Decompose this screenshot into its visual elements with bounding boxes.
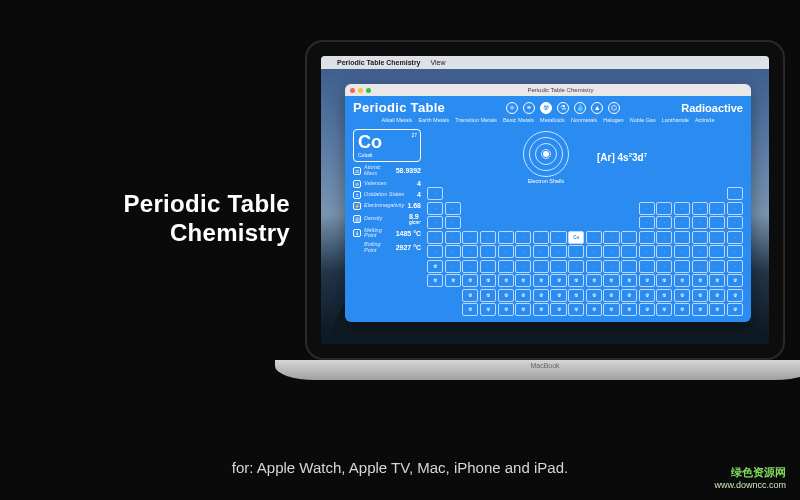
ptable-cell[interactable]: · bbox=[603, 231, 619, 244]
ptable-cell[interactable]: ☢ bbox=[462, 303, 478, 316]
ptable-cell[interactable]: · bbox=[727, 231, 743, 244]
ptable-cell[interactable]: · bbox=[480, 231, 496, 244]
element-tile[interactable]: 27 Co Cobalt bbox=[353, 129, 421, 162]
ptable-cell[interactable]: ☢ bbox=[586, 274, 602, 287]
ptable-cell[interactable]: · bbox=[639, 202, 655, 215]
ptable-cell[interactable]: ☢ bbox=[498, 289, 514, 302]
ptable-cell[interactable]: ☢ bbox=[498, 274, 514, 287]
ptable-cell[interactable]: · bbox=[727, 260, 743, 273]
bond-filter-icon[interactable]: ⚭ bbox=[523, 102, 535, 114]
ptable-cell[interactable]: · bbox=[427, 245, 443, 258]
ptable-cell[interactable]: ☢ bbox=[709, 289, 725, 302]
ptable-cell[interactable]: ☢ bbox=[656, 274, 672, 287]
ptable-cell[interactable]: ☢ bbox=[480, 303, 496, 316]
ptable-cell[interactable]: ☢ bbox=[480, 274, 496, 287]
ptable-cell[interactable]: ☢ bbox=[709, 274, 725, 287]
ptable-cell[interactable]: · bbox=[639, 245, 655, 258]
ptable-cell[interactable]: · bbox=[656, 202, 672, 215]
ptable-cell[interactable]: ☢ bbox=[515, 289, 531, 302]
ptable-cell[interactable]: · bbox=[498, 245, 514, 258]
ptable-cell[interactable]: ☢ bbox=[445, 274, 461, 287]
category-noble-gas[interactable]: Noble Gas bbox=[630, 117, 656, 123]
ptable-cell[interactable]: ☢ bbox=[533, 289, 549, 302]
ptable-cell[interactable]: ☢ bbox=[568, 289, 584, 302]
category-alkali-metals[interactable]: Alkali Metals bbox=[382, 117, 413, 123]
category-basic-metals[interactable]: Basic Metals bbox=[503, 117, 534, 123]
ptable-cell[interactable]: ☢ bbox=[586, 289, 602, 302]
macos-menubar[interactable]: Periodic Table Chemistry View bbox=[321, 56, 769, 69]
ptable-cell[interactable]: · bbox=[692, 231, 708, 244]
ptable-cell[interactable]: ☢ bbox=[462, 274, 478, 287]
ptable-cell[interactable]: · bbox=[568, 260, 584, 273]
minimize-icon[interactable] bbox=[358, 88, 363, 93]
ptable-cell[interactable]: · bbox=[727, 245, 743, 258]
ptable-cell[interactable]: · bbox=[550, 231, 566, 244]
ptable-cell[interactable]: · bbox=[427, 216, 443, 229]
ptable-cell[interactable]: ☢ bbox=[621, 289, 637, 302]
ptable-cell[interactable]: ☢ bbox=[550, 303, 566, 316]
ptable-cell[interactable]: · bbox=[427, 202, 443, 215]
ptable-cell[interactable]: ☢ bbox=[727, 303, 743, 316]
ptable-cell[interactable]: ☢ bbox=[727, 289, 743, 302]
ptable-cell[interactable]: ☢ bbox=[692, 289, 708, 302]
ptable-cell[interactable]: ☢ bbox=[674, 289, 690, 302]
ptable-cell[interactable]: ☢ bbox=[498, 303, 514, 316]
ptable-cell[interactable]: ☢ bbox=[515, 303, 531, 316]
ptable-cell[interactable]: ☢ bbox=[462, 289, 478, 302]
ptable-cell[interactable]: ☢ bbox=[709, 303, 725, 316]
ptable-cell[interactable]: · bbox=[462, 260, 478, 273]
ptable-cell[interactable]: ☢ bbox=[603, 289, 619, 302]
ptable-cell[interactable]: · bbox=[427, 187, 443, 200]
ptable-cell[interactable]: ☢ bbox=[621, 303, 637, 316]
ptable-cell[interactable]: ☢ bbox=[568, 274, 584, 287]
ptable-cell[interactable]: ☢ bbox=[533, 303, 549, 316]
maximize-icon[interactable] bbox=[366, 88, 371, 93]
ptable-cell[interactable]: · bbox=[674, 231, 690, 244]
ptable-cell[interactable]: ☢ bbox=[674, 303, 690, 316]
ptable-cell[interactable]: ☢ bbox=[639, 303, 655, 316]
ptable-cell[interactable]: · bbox=[445, 202, 461, 215]
ptable-cell[interactable]: · bbox=[603, 245, 619, 258]
category-nonmetals[interactable]: Nonmetals bbox=[571, 117, 597, 123]
atom-filter-icon[interactable]: ⚛ bbox=[506, 102, 518, 114]
ptable-cell[interactable]: ☢ bbox=[427, 274, 443, 287]
ptable-cell[interactable]: · bbox=[498, 231, 514, 244]
ptable-cell[interactable]: · bbox=[480, 260, 496, 273]
ptable-cell[interactable]: · bbox=[727, 187, 743, 200]
ptable-cell[interactable]: ☢ bbox=[639, 289, 655, 302]
ptable-cell[interactable]: · bbox=[639, 231, 655, 244]
ptable-cell[interactable]: · bbox=[639, 216, 655, 229]
ptable-cell[interactable]: · bbox=[621, 245, 637, 258]
ptable-cell[interactable]: · bbox=[674, 202, 690, 215]
ptable-cell[interactable]: ☢ bbox=[692, 274, 708, 287]
ptable-cell[interactable]: · bbox=[656, 260, 672, 273]
ptable-cell[interactable]: · bbox=[674, 216, 690, 229]
ptable-cell[interactable]: · bbox=[656, 216, 672, 229]
radiation-filter-icon[interactable]: ☢ bbox=[540, 102, 552, 114]
ptable-cell[interactable]: · bbox=[621, 260, 637, 273]
ptable-cell[interactable]: · bbox=[586, 260, 602, 273]
ptable-cell[interactable]: · bbox=[533, 245, 549, 258]
ptable-cell[interactable]: · bbox=[709, 245, 725, 258]
category-metalloids[interactable]: Metalloids bbox=[540, 117, 565, 123]
ptable-cell[interactable]: ☢ bbox=[586, 303, 602, 316]
ptable-cell[interactable]: · bbox=[533, 231, 549, 244]
ptable-cell[interactable]: ☢ bbox=[480, 289, 496, 302]
ptable-cell[interactable]: · bbox=[692, 245, 708, 258]
ptable-cell[interactable]: ☢ bbox=[674, 274, 690, 287]
ptable-cell[interactable]: · bbox=[709, 216, 725, 229]
ptable-cell[interactable]: ☢ bbox=[515, 274, 531, 287]
window-titlebar[interactable]: Periodic Table Chemistry bbox=[345, 84, 751, 96]
category-transition-metals[interactable]: Transition Metals bbox=[455, 117, 497, 123]
ptable-cell[interactable]: · bbox=[656, 245, 672, 258]
ptable-cell[interactable]: · bbox=[445, 231, 461, 244]
ptable-cell[interactable]: · bbox=[692, 216, 708, 229]
ptable-cell[interactable]: · bbox=[621, 231, 637, 244]
ptable-cell[interactable]: · bbox=[727, 202, 743, 215]
ptable-cell[interactable]: · bbox=[568, 245, 584, 258]
ptable-cell[interactable]: · bbox=[639, 260, 655, 273]
drop-filter-icon[interactable]: 💧 bbox=[574, 102, 586, 114]
ptable-cell[interactable]: ☢ bbox=[550, 289, 566, 302]
ptable-cell[interactable]: · bbox=[445, 245, 461, 258]
ptable-cell[interactable]: ☢ bbox=[603, 274, 619, 287]
